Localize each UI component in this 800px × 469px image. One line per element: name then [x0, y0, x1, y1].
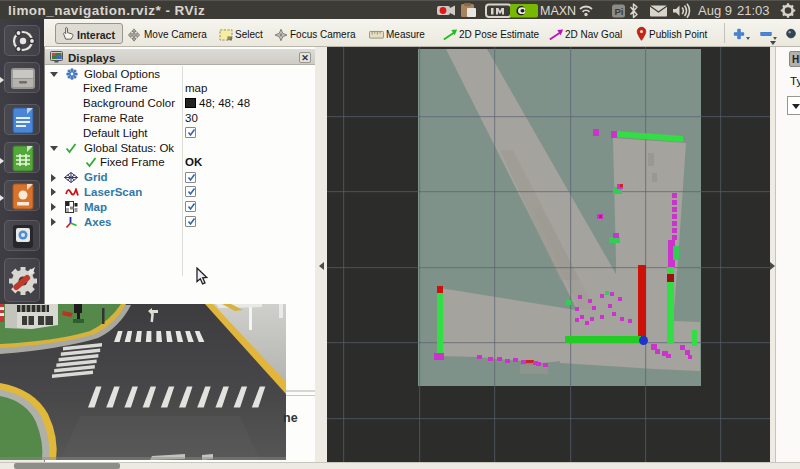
svg-text:21:03: 21:03: [737, 3, 770, 18]
svg-text:MAXN: MAXN: [540, 4, 576, 18]
svg-text:Pi: Pi: [615, 6, 624, 17]
svg-text:Aug 9: Aug 9: [698, 3, 732, 18]
